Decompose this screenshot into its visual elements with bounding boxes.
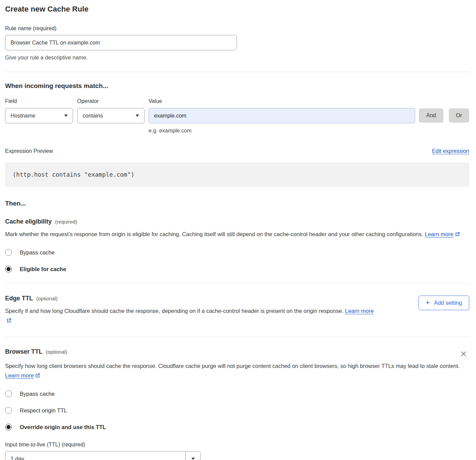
rule-name-help: Give your rule a descriptive name. — [5, 55, 469, 61]
create-cache-rule-form: Create new Cache Rule Rule name (require… — [0, 0, 476, 460]
and-button[interactable]: And — [419, 108, 443, 123]
radio-respect-origin-ttl[interactable]: Respect origin TTL — [5, 407, 469, 414]
or-button[interactable]: Or — [449, 108, 469, 123]
edit-expression-link[interactable]: Edit expression — [432, 148, 469, 154]
field-select-value: Hostname — [11, 113, 35, 119]
cache-eligibility-title: Cache eligibility — [5, 218, 52, 225]
radio-icon[interactable] — [5, 266, 12, 272]
ttl-input-label: Input time-to-live (TTL) (required) — [5, 442, 469, 448]
plus-icon: + — [426, 299, 430, 306]
expression-preview-label: Expression Preview — [5, 148, 53, 154]
operator-column: Operator contains — [77, 98, 144, 123]
match-builder-row: Field Hostname Operator contains Value A… — [5, 98, 469, 123]
radio-icon[interactable] — [5, 407, 12, 414]
browser-ttl-section: Browser TTL (optional) Specify how long … — [5, 348, 469, 460]
match-value-input[interactable] — [149, 108, 415, 123]
radio-icon[interactable] — [5, 249, 12, 256]
add-setting-button[interactable]: + Add setting — [419, 296, 469, 310]
caret-down-icon — [64, 114, 68, 117]
ttl-select-value: 1 day — [5, 452, 185, 460]
edge-ttl-badge: (optional) — [36, 296, 58, 301]
external-link-icon — [6, 316, 12, 326]
edge-ttl-section: Edge TTL (optional) Specify if and how l… — [5, 295, 469, 326]
cache-eligibility-learn-more-link[interactable]: Learn more — [425, 231, 453, 237]
edge-ttl-title: Edge TTL — [5, 295, 33, 302]
radio-eligible-for-cache[interactable]: Eligible for cache — [5, 266, 469, 272]
external-link-icon — [35, 371, 40, 381]
value-help: e.g. example.com — [149, 128, 469, 134]
browser-ttl-badge: (optional) — [46, 349, 67, 355]
field-label: Field — [5, 98, 73, 104]
radio-override-origin-ttl[interactable]: Override origin and use this TTL — [5, 424, 469, 430]
match-heading: When incoming requests match... — [5, 82, 469, 90]
radio-icon[interactable] — [5, 424, 12, 430]
expression-code: (http.host contains "example.com") — [13, 171, 134, 178]
value-label: Value — [149, 98, 415, 104]
browser-ttl-learn-more-link[interactable]: Learn more — [5, 372, 34, 378]
divider — [5, 283, 469, 284]
radio-bypass-cache[interactable]: Bypass cache — [5, 249, 469, 256]
ttl-select-arrow-cell[interactable] — [185, 452, 200, 460]
operator-select-value: contains — [83, 113, 103, 119]
browser-ttl-title: Browser TTL — [5, 348, 42, 355]
then-heading: Then... — [5, 200, 469, 207]
cache-eligibility-badge: (required) — [55, 219, 77, 225]
browser-ttl-description: Specify how long client browsers should … — [5, 361, 462, 381]
close-icon — [460, 350, 467, 357]
caret-down-icon — [136, 114, 139, 117]
cache-eligibility-description: Mark whether the request’s response from… — [5, 229, 462, 240]
field-select[interactable]: Hostname — [5, 108, 73, 123]
field-column: Field Hostname — [5, 98, 73, 123]
divider — [5, 72, 469, 72]
ttl-select[interactable]: 1 day — [5, 451, 201, 460]
edge-ttl-learn-more-link[interactable]: Learn more — [345, 308, 374, 314]
operator-label: Operator — [77, 98, 144, 104]
remove-browser-ttl-button[interactable] — [459, 349, 469, 360]
caret-down-icon — [191, 458, 195, 460]
radio-icon[interactable] — [5, 390, 12, 397]
divider — [5, 337, 469, 337]
value-column: Value — [149, 98, 415, 123]
radio-browser-bypass-cache[interactable]: Bypass cache — [5, 390, 469, 397]
cache-eligibility-section: Cache eligibility (required) Mark whethe… — [5, 218, 469, 272]
page-title: Create new Cache Rule — [5, 5, 469, 14]
edge-ttl-description: Specify if and how long Cloudflare shoul… — [5, 306, 377, 326]
rule-name-label: Rule name (required) — [5, 25, 469, 32]
expression-code-block: (http.host contains "example.com") — [5, 162, 469, 187]
rule-name-input[interactable] — [5, 35, 237, 50]
operator-select[interactable]: contains — [77, 108, 144, 123]
external-link-icon — [455, 230, 460, 240]
